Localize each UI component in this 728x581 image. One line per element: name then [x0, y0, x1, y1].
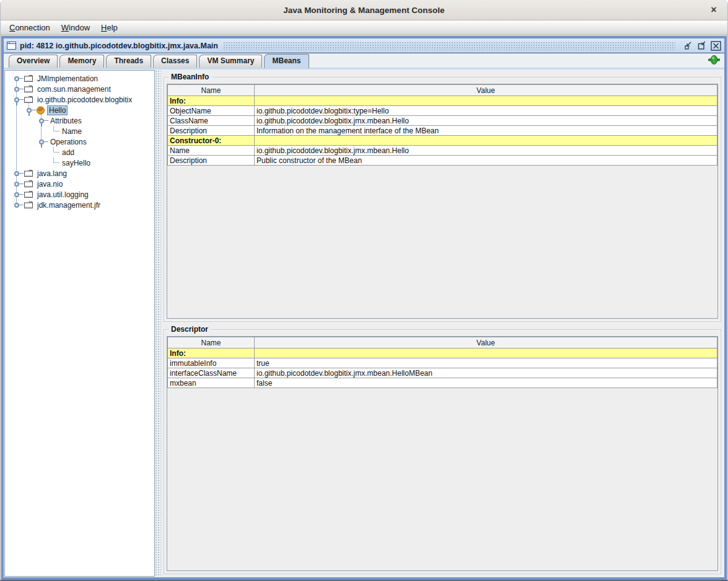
- menu-connection[interactable]: Connection: [4, 22, 56, 33]
- table-row[interactable]: DescriptionPublic constructor of the MBe…: [168, 156, 717, 166]
- expand-handle-icon[interactable]: [14, 200, 24, 210]
- expand-handle-icon[interactable]: [14, 74, 24, 83]
- table-row[interactable]: ObjectNameio.github.picodotdev.blogbitix…: [168, 106, 717, 116]
- split-divider[interactable]: [155, 70, 161, 577]
- cell-value[interactable]: Information on the management interface …: [255, 126, 717, 136]
- table-row[interactable]: DescriptionInformation on the management…: [168, 126, 717, 136]
- tree-node-com-sun-management[interactable]: com.sun.management: [5, 84, 154, 94]
- tree-node-hello[interactable]: Hello: [5, 105, 154, 115]
- menu-help[interactable]: Help: [95, 22, 123, 33]
- cell-value[interactable]: io.github.picodotdev.blogbitix.jmx.mbean…: [255, 146, 717, 156]
- table-row[interactable]: mxbeanfalse: [168, 378, 717, 388]
- minimize-icon[interactable]: [683, 40, 694, 51]
- table-row[interactable]: immutableInfotrue: [168, 358, 717, 368]
- table-row[interactable]: Constructor-0:: [168, 136, 717, 146]
- mbeaninfo-section-title: MBeanInfo: [169, 73, 211, 81]
- folder-icon: [24, 180, 33, 188]
- tree-node-io-github-picodotdev-blogbitix[interactable]: io.github.picodotdev.blogbitix: [5, 94, 154, 105]
- expand-handle-icon[interactable]: [14, 95, 24, 104]
- tree-node-sayhello[interactable]: sayHello: [5, 157, 154, 168]
- folder-icon: [24, 85, 33, 93]
- maximize-icon[interactable]: [696, 40, 708, 51]
- descriptor-table-viewport: NameValueInfo:immutableInfotrueinterface…: [167, 336, 718, 571]
- cell-name[interactable]: ClassName: [168, 116, 255, 126]
- window-title: Java Monitoring & Management Console: [283, 6, 444, 15]
- tree-node-label: com.sun.management: [35, 84, 113, 94]
- tree-node-operations[interactable]: Operations: [5, 136, 154, 147]
- expand-handle-icon[interactable]: [14, 179, 24, 188]
- tree-node-java-lang[interactable]: java.lang: [5, 168, 154, 179]
- column-header-value[interactable]: Value: [255, 337, 717, 348]
- cell-name[interactable]: ObjectName: [168, 106, 255, 116]
- tree-node-java-util-logging[interactable]: java.util.logging: [5, 189, 154, 200]
- tab-memory[interactable]: Memory: [59, 55, 104, 68]
- connection-status-icon: [708, 55, 720, 64]
- cell-name[interactable]: Constructor-0:: [168, 136, 255, 146]
- cell-value[interactable]: [255, 136, 717, 146]
- tree-node-jdk-management-jfr[interactable]: jdk.management.jfr: [5, 200, 154, 210]
- column-header-name[interactable]: Name: [168, 85, 255, 96]
- cell-name[interactable]: mxbean: [168, 378, 255, 388]
- tree-node-label: Attributes: [48, 116, 84, 126]
- cell-name[interactable]: Info:: [168, 96, 255, 106]
- tab-mbeans[interactable]: MBeans: [264, 54, 309, 68]
- cell-value[interactable]: io.github.picodotdev.blogbitix:type=Hell…: [255, 106, 717, 116]
- cell-value[interactable]: true: [255, 358, 717, 368]
- expand-handle-icon[interactable]: [14, 169, 24, 178]
- frame-title: pid: 4812 io.github.picodotdev.blogbitix…: [20, 42, 218, 50]
- cell-name[interactable]: immutableInfo: [168, 358, 255, 368]
- tab-threads[interactable]: Threads: [106, 55, 151, 68]
- expand-handle-icon[interactable]: [39, 116, 48, 125]
- table-row[interactable]: ClassNameio.github.picodotdev.blogbitix.…: [168, 116, 717, 126]
- tree-node-label: java.util.logging: [35, 190, 90, 200]
- tree-node-attributes[interactable]: Attributes: [5, 115, 154, 126]
- cell-name[interactable]: interfaceClassName: [168, 368, 255, 378]
- tree-node-label: add: [60, 148, 76, 157]
- cell-value[interactable]: io.github.picodotdev.blogbitix.jmx.mbean…: [255, 116, 717, 126]
- tab-classes[interactable]: Classes: [153, 55, 197, 68]
- tree-node-label: Hello: [47, 105, 68, 115]
- table-row[interactable]: Info:: [168, 96, 717, 106]
- tree-node-label: sayHello: [60, 158, 92, 168]
- tree-node-jmimplementation[interactable]: JMImplementation: [5, 73, 154, 84]
- expand-handle-icon[interactable]: [27, 105, 36, 115]
- cell-value[interactable]: [255, 96, 717, 106]
- expand-handle-icon[interactable]: [14, 84, 24, 94]
- column-header-name[interactable]: Name: [168, 337, 255, 348]
- tree-node-label: java.nio: [35, 179, 64, 189]
- table-row[interactable]: Nameio.github.picodotdev.blogbitix.jmx.m…: [168, 146, 717, 156]
- expand-handle-icon[interactable]: [14, 190, 24, 199]
- tab-overview[interactable]: Overview: [9, 55, 58, 68]
- titlebar-texture: [223, 42, 675, 50]
- table-row[interactable]: Info:: [168, 348, 717, 358]
- frame-titlebar[interactable]: pid: 4812 io.github.picodotdev.blogbitix…: [4, 38, 724, 53]
- cell-name[interactable]: Description: [168, 156, 255, 166]
- app-window: Java Monitoring & Management Console × C…: [0, 0, 728, 581]
- cell-value[interactable]: false: [255, 378, 717, 388]
- mbean-tree: JMImplementationcom.sun.managementio.git…: [4, 70, 155, 577]
- folder-icon: [24, 190, 33, 198]
- cell-value[interactable]: io.github.picodotdev.blogbitix.jmx.mbean…: [255, 368, 717, 378]
- table-row[interactable]: interfaceClassNameio.github.picodotdev.b…: [168, 368, 717, 378]
- cell-value[interactable]: Public constructor of the MBean: [255, 156, 717, 166]
- cell-name[interactable]: Name: [168, 146, 255, 156]
- descriptor-table: NameValueInfo:immutableInfotrueinterface…: [167, 337, 717, 388]
- tree-node-label: JMImplementation: [35, 74, 100, 84]
- desktop-pane: pid: 4812 io.github.picodotdev.blogbitix…: [1, 35, 727, 580]
- cell-name[interactable]: Description: [168, 126, 255, 136]
- tree-node-label: Name: [60, 126, 84, 136]
- menu-window[interactable]: Window: [56, 22, 95, 33]
- expand-handle-icon[interactable]: [39, 137, 48, 146]
- tab-strip: OverviewMemoryThreadsClassesVM SummaryMB…: [4, 53, 724, 69]
- frame-close-icon[interactable]: [710, 40, 721, 51]
- tree-node-add[interactable]: add: [5, 147, 154, 157]
- cell-value[interactable]: [255, 348, 717, 358]
- close-icon[interactable]: ×: [708, 4, 719, 16]
- tree-node-name[interactable]: Name: [5, 126, 154, 136]
- leaf-connector: [51, 157, 60, 168]
- cell-name[interactable]: Info:: [168, 348, 255, 358]
- column-header-value[interactable]: Value: [255, 85, 717, 96]
- tab-vm-summary[interactable]: VM Summary: [199, 55, 262, 68]
- tree-node-java-nio[interactable]: java.nio: [5, 179, 154, 189]
- mbean-icon: [36, 106, 45, 115]
